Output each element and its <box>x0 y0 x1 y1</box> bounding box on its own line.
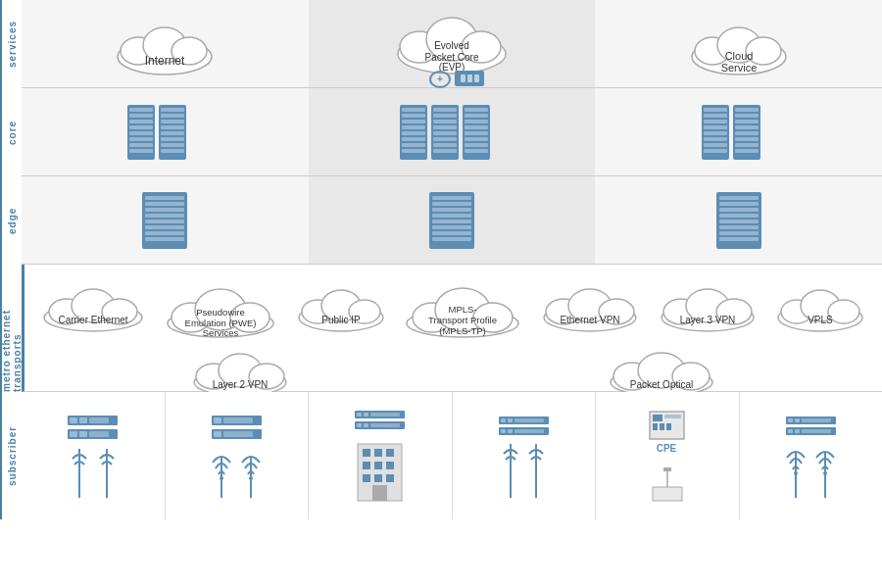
subscriber-col-2 <box>166 392 310 519</box>
svg-text:Layer 3 VPN: Layer 3 VPN <box>680 315 736 325</box>
svg-rect-52 <box>433 143 457 147</box>
svg-rect-71 <box>704 149 727 153</box>
core-col-1 <box>22 88 309 175</box>
svg-rect-169 <box>223 417 253 423</box>
svg-rect-182 <box>357 423 362 427</box>
svg-rect-219 <box>802 418 831 422</box>
svg-rect-46 <box>433 108 457 112</box>
layer3-vpn-cloud: Layer 3 VPN <box>654 280 761 334</box>
svg-rect-73 <box>735 108 759 112</box>
svg-rect-104 <box>719 220 759 223</box>
svg-rect-193 <box>374 474 382 482</box>
svg-rect-87 <box>145 225 184 229</box>
svg-rect-98 <box>432 237 471 241</box>
svg-rect-188 <box>386 449 394 457</box>
core-rack-3 <box>700 103 778 162</box>
subscriber-col-4 <box>453 392 597 519</box>
svg-rect-66 <box>704 120 727 123</box>
svg-rect-68 <box>704 131 727 135</box>
svg-text:Transport Profile: Transport Profile <box>429 315 498 325</box>
svg-rect-22 <box>129 125 153 129</box>
svg-rect-86 <box>145 220 184 223</box>
subscriber-items: CPE <box>22 392 882 519</box>
svg-rect-91 <box>432 196 471 200</box>
core-section <box>22 88 882 176</box>
svg-text:Internet: Internet <box>145 54 185 68</box>
svg-rect-69 <box>704 137 727 141</box>
label-subscriber: Subscriber <box>0 392 22 519</box>
svg-rect-28 <box>161 108 184 112</box>
svg-rect-42 <box>402 137 425 141</box>
svg-rect-207 <box>653 415 662 421</box>
svg-rect-183 <box>364 423 368 427</box>
pwe-cloud: Pseudowire Emulation (PWE) Services <box>160 272 282 341</box>
svg-rect-105 <box>719 225 759 229</box>
edge-col-2 <box>309 176 596 264</box>
svg-rect-190 <box>374 462 382 469</box>
svg-rect-107 <box>719 237 759 241</box>
svg-rect-58 <box>465 125 488 129</box>
svg-text:Packet Optical: Packet Optical <box>630 379 693 390</box>
svg-point-145 <box>828 300 859 323</box>
svg-text:Pseudowire: Pseudowire <box>196 307 245 318</box>
svg-rect-184 <box>370 423 400 427</box>
svg-rect-26 <box>129 149 153 153</box>
svg-text:Public IP: Public IP <box>321 315 361 325</box>
svg-rect-43 <box>402 143 425 147</box>
svg-rect-60 <box>465 137 488 141</box>
svg-rect-96 <box>432 225 471 229</box>
svg-rect-78 <box>735 137 759 141</box>
svg-rect-171 <box>214 431 221 437</box>
edge-col-1 <box>22 176 309 264</box>
services-section: Internet Evolved Packet Core (EVP) <box>22 0 882 88</box>
svg-text:CPE: CPE <box>657 443 677 454</box>
cloud-service-cloud: Cloud Service <box>685 10 793 78</box>
svg-rect-164 <box>89 431 109 437</box>
network-diagram: Services Core Edge Metro Ethernet Transp… <box>0 0 882 588</box>
carrier-ethernet-cloud: Carrier Ethernet <box>37 280 150 334</box>
svg-rect-162 <box>70 431 77 437</box>
svg-rect-222 <box>795 429 800 433</box>
core-col-2 <box>309 88 596 175</box>
svg-rect-211 <box>666 423 671 430</box>
svg-rect-168 <box>214 417 221 423</box>
svg-rect-218 <box>795 418 800 422</box>
svg-rect-53 <box>433 149 457 153</box>
svg-rect-202 <box>508 429 513 433</box>
svg-rect-20 <box>129 114 153 118</box>
svg-rect-74 <box>735 114 759 118</box>
svg-rect-97 <box>432 231 471 235</box>
svg-rect-198 <box>508 418 513 422</box>
svg-rect-159 <box>79 417 87 423</box>
svg-rect-21 <box>129 120 153 123</box>
svg-rect-209 <box>653 423 658 430</box>
svg-rect-19 <box>129 108 153 112</box>
services-col-internet: Internet <box>22 0 309 87</box>
svg-rect-158 <box>70 417 77 423</box>
svg-point-227 <box>823 471 827 475</box>
svg-rect-59 <box>465 131 488 135</box>
svg-rect-39 <box>402 120 425 123</box>
svg-rect-189 <box>363 462 370 469</box>
subscriber-section: CPE <box>22 392 882 519</box>
svg-rect-80 <box>735 149 759 153</box>
core-col-3 <box>595 88 882 175</box>
svg-rect-47 <box>433 114 457 118</box>
svg-point-225 <box>794 471 798 475</box>
core-rack-1 <box>125 103 204 162</box>
svg-rect-191 <box>386 462 394 469</box>
svg-rect-32 <box>161 131 184 135</box>
svg-rect-67 <box>704 125 727 129</box>
subscriber-col-1 <box>22 392 166 519</box>
svg-rect-77 <box>735 131 759 135</box>
svg-rect-197 <box>501 418 506 422</box>
svg-rect-40 <box>402 125 425 129</box>
layer2-vpn-cloud: Layer 2 VPN <box>186 345 294 399</box>
svg-rect-24 <box>129 137 153 141</box>
svg-rect-217 <box>788 418 793 422</box>
svg-point-176 <box>249 476 253 480</box>
svg-rect-93 <box>432 208 471 212</box>
svg-rect-163 <box>79 431 87 437</box>
label-metro: Metro Ethernet Transports <box>0 265 22 392</box>
svg-text:Service: Service <box>720 62 757 74</box>
